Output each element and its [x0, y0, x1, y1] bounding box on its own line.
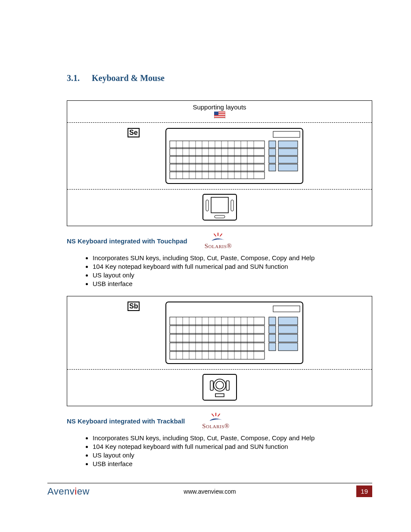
list-item: Incorporates SUN keys, including Stop, C…	[93, 434, 372, 442]
solaris-text: Solaris®	[202, 423, 229, 430]
keyboard-row: Se	[67, 123, 372, 190]
layout-table-2: Sb	[67, 296, 372, 406]
svg-rect-47	[170, 343, 265, 351]
svg-line-41	[220, 234, 222, 236]
svg-rect-75	[215, 394, 224, 397]
list-item: 104 Key notepad keyboard with full numer…	[93, 263, 372, 270]
svg-rect-38	[215, 215, 225, 218]
svg-rect-15	[269, 156, 276, 163]
svg-rect-20	[278, 164, 298, 171]
table-header: Supporting layouts	[67, 101, 372, 123]
solaris-logo-icon: Solaris®	[205, 232, 232, 250]
layout-table-1: Supporting layouts Se	[67, 100, 372, 226]
svg-rect-74	[226, 381, 229, 390]
svg-rect-14	[269, 149, 276, 156]
svg-rect-35	[211, 197, 228, 213]
svg-point-72	[216, 381, 224, 389]
svg-line-78	[218, 414, 220, 416]
svg-rect-5	[214, 112, 218, 115]
svg-line-77	[212, 414, 214, 416]
svg-rect-52	[269, 343, 276, 351]
page-number: 19	[356, 485, 372, 497]
svg-rect-56	[278, 343, 298, 351]
svg-rect-10	[170, 156, 265, 163]
svg-rect-50	[269, 326, 276, 333]
section-title: Keyboard & Mouse	[92, 73, 165, 83]
svg-rect-16	[269, 164, 276, 171]
touchpad-icon	[202, 194, 237, 221]
keyboard-diagram-icon	[165, 128, 303, 184]
svg-rect-49	[269, 317, 276, 325]
trackball-icon	[202, 374, 237, 401]
svg-rect-48	[170, 352, 265, 359]
svg-rect-13	[269, 141, 276, 148]
list-item: US layout only	[93, 451, 372, 459]
svg-rect-8	[170, 141, 265, 148]
svg-rect-51	[269, 334, 276, 342]
solaris-logo-icon: Solaris®	[202, 412, 229, 430]
svg-rect-73	[210, 381, 213, 390]
footer-url: www.avenview.com	[184, 488, 236, 495]
svg-rect-37	[231, 200, 234, 211]
svg-rect-55	[278, 334, 298, 342]
svg-line-40	[214, 234, 216, 236]
svg-rect-4	[214, 117, 225, 118]
list-item: USB interface	[93, 460, 372, 467]
product-code: Sb	[128, 302, 140, 311]
svg-rect-7	[273, 131, 300, 137]
subheading-row-2: NS Keyboard integrated with Trackball So…	[67, 412, 372, 430]
svg-rect-18	[278, 149, 298, 156]
page-footer: Avenview www.avenview.com 19	[47, 483, 372, 498]
svg-rect-36	[206, 200, 209, 211]
supporting-label: Supporting layouts	[67, 103, 372, 111]
svg-rect-53	[278, 317, 298, 325]
solaris-text: Solaris®	[205, 243, 232, 250]
list-item: USB interface	[93, 280, 372, 287]
svg-rect-11	[170, 164, 265, 171]
product-code: Se	[128, 128, 140, 137]
feature-list-1: Incorporates SUN keys, including Stop, C…	[93, 254, 372, 287]
svg-rect-3	[214, 115, 225, 116]
svg-rect-43	[273, 306, 300, 312]
list-item: US layout only	[93, 271, 372, 279]
subheading-row-1: NS Keyboard integrated with Touchpad Sol…	[67, 232, 372, 250]
svg-rect-46	[170, 334, 265, 342]
svg-rect-45	[170, 326, 265, 333]
svg-rect-19	[278, 156, 298, 163]
section-heading: 3.1.Keyboard & Mouse	[67, 73, 372, 83]
section-number: 3.1.	[67, 73, 80, 83]
svg-rect-44	[170, 317, 265, 325]
us-flag-icon	[214, 112, 225, 120]
product-subheading: NS Keyboard integrated with Touchpad	[67, 237, 187, 245]
product-subheading: NS Keyboard integrated with Trackball	[67, 417, 185, 425]
svg-rect-9	[170, 149, 265, 156]
brand-logo: Avenview	[47, 486, 90, 497]
keyboard-row: Sb	[67, 296, 372, 370]
list-item: Incorporates SUN keys, including Stop, C…	[93, 254, 372, 261]
touchpad-row	[67, 190, 372, 226]
svg-rect-12	[170, 172, 265, 179]
trackball-row	[67, 370, 372, 406]
list-item: 104 Key notepad keyboard with full numer…	[93, 443, 372, 450]
svg-rect-54	[278, 326, 298, 333]
feature-list-2: Incorporates SUN keys, including Stop, C…	[93, 434, 372, 467]
keyboard-diagram-icon	[165, 302, 303, 364]
svg-rect-17	[278, 141, 298, 148]
